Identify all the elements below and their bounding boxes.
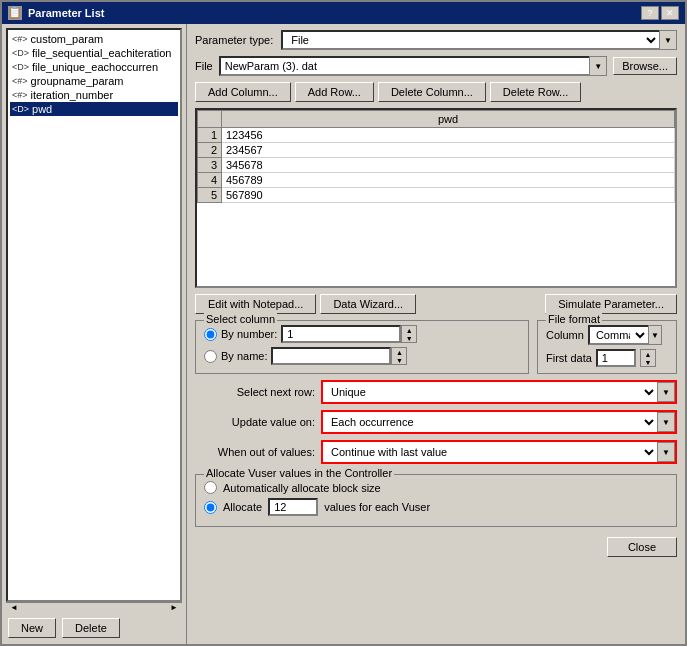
select-column-group: Select column By number: ▲ ▼ — [195, 320, 529, 374]
by-name-radio[interactable] — [204, 350, 217, 363]
tree-area[interactable]: <#> custom_param <D> file_sequential_eac… — [6, 28, 182, 602]
column-arrow[interactable]: ▼ — [648, 325, 662, 345]
tree-label: custom_param — [31, 33, 104, 45]
update-value-select[interactable]: Each occurrence Each iteration Once — [323, 412, 657, 432]
row-num: 5 — [198, 188, 222, 203]
file-label: File — [195, 60, 213, 72]
update-value-row: Update value on: Each occurrence Each it… — [195, 410, 677, 434]
main-content: <#> custom_param <D> file_sequential_eac… — [2, 24, 685, 644]
by-number-up[interactable]: ▲ — [402, 326, 416, 334]
row-value[interactable]: 345678 — [222, 158, 675, 173]
column-select[interactable]: Comma Tab Space — [588, 325, 648, 345]
when-out-row: When out of values: Continue with last v… — [195, 440, 677, 464]
when-out-arrow[interactable]: ▼ — [657, 442, 675, 462]
row-value[interactable]: 567890 — [222, 188, 675, 203]
add-column-button[interactable]: Add Column... — [195, 82, 291, 102]
first-data-up[interactable]: ▲ — [641, 350, 655, 358]
by-name-down[interactable]: ▼ — [392, 356, 406, 364]
first-data-down[interactable]: ▼ — [641, 358, 655, 366]
tree-icon: <#> — [12, 90, 28, 100]
tree-label: iteration_number — [31, 89, 114, 101]
update-value-label: Update value on: — [195, 416, 315, 428]
tree-item-pwd[interactable]: <D> pwd — [10, 102, 178, 116]
allocate-label: Allocate — [223, 501, 262, 513]
by-name-label: By name: — [221, 350, 267, 362]
titlebar-left: 📋 Parameter List — [8, 6, 104, 20]
select-next-row-select[interactable]: Unique Sequential Random Same Line as Pa… — [323, 382, 657, 402]
delete-button[interactable]: Delete — [62, 618, 120, 638]
row-num: 2 — [198, 143, 222, 158]
browse-button[interactable]: Browse... — [613, 57, 677, 75]
select-next-row-arrow[interactable]: ▼ — [657, 382, 675, 402]
allocate-value-input[interactable] — [268, 498, 318, 516]
tree-icon: <D> — [12, 48, 29, 58]
select-next-row-dropdown[interactable]: Unique Sequential Random Same Line as Pa… — [321, 380, 677, 404]
delete-row-button[interactable]: Delete Row... — [490, 82, 581, 102]
add-row-button[interactable]: Add Row... — [295, 82, 374, 102]
auto-allocate-radio[interactable] — [204, 481, 217, 494]
update-value-dropdown[interactable]: Each occurrence Each iteration Once ▼ — [321, 410, 677, 434]
scroll-right-arrow[interactable]: ► — [170, 603, 178, 612]
tree-label: file_sequential_eachiteration — [32, 47, 171, 59]
auto-allocate-row: Automatically allocate block size — [204, 481, 668, 494]
by-number-radio[interactable] — [204, 328, 217, 341]
tree-icon: <#> — [12, 76, 28, 86]
file-input[interactable] — [219, 56, 589, 76]
tree-item-file-unique[interactable]: <D> file_unique_eachoccurren — [10, 60, 178, 74]
update-value-arrow[interactable]: ▼ — [657, 412, 675, 432]
by-name-input-group: ▲ ▼ — [271, 347, 407, 365]
by-name-spinners: ▲ ▼ — [391, 347, 407, 365]
column-format-row: Column Comma Tab Space ▼ — [546, 325, 668, 345]
select-column-title: Select column — [204, 313, 277, 325]
edit-notepad-button[interactable]: Edit with Notepad... — [195, 294, 316, 314]
by-name-input[interactable] — [271, 347, 391, 365]
by-number-input[interactable] — [281, 325, 401, 343]
row-num-header — [198, 111, 222, 128]
allocate-fixed-radio[interactable] — [204, 501, 217, 514]
bottom-buttons: Edit with Notepad... Data Wizard... Simu… — [195, 294, 677, 314]
param-type-select[interactable]: File — [281, 30, 659, 50]
window-title: Parameter List — [28, 7, 104, 19]
close-button-title[interactable]: ✕ — [661, 6, 679, 20]
simulate-button[interactable]: Simulate Parameter... — [545, 294, 677, 314]
row-value[interactable]: 456789 — [222, 173, 675, 188]
data-wizard-button[interactable]: Data Wizard... — [320, 294, 416, 314]
left-buttons: New Delete — [6, 612, 182, 640]
table-area: pwd 1 123456 2 234567 3 345678 4 456789 … — [195, 108, 677, 288]
scroll-left-arrow[interactable]: ◄ — [10, 603, 18, 612]
right-panel: Parameter type: File ▼ File ▼ Browse... — [187, 24, 685, 644]
left-panel: <#> custom_param <D> file_sequential_eac… — [2, 24, 187, 644]
tree-item-groupname[interactable]: <#> groupname_param — [10, 74, 178, 88]
when-out-select[interactable]: Continue with last value Abort vuser Cyc… — [323, 442, 657, 462]
param-type-arrow[interactable]: ▼ — [659, 30, 677, 50]
tree-item-file-sequential[interactable]: <D> file_sequential_eachiteration — [10, 46, 178, 60]
tree-label: pwd — [32, 103, 52, 115]
table-row: 3 345678 — [198, 158, 675, 173]
column-dropdown[interactable]: Comma Tab Space ▼ — [588, 325, 668, 345]
window-icon: 📋 — [8, 6, 22, 20]
param-type-dropdown[interactable]: File ▼ — [281, 30, 677, 50]
tree-item-custom-param[interactable]: <#> custom_param — [10, 32, 178, 46]
bottom-left-buttons: Edit with Notepad... Data Wizard... — [195, 294, 416, 314]
close-row: Close — [195, 533, 677, 559]
row-num: 4 — [198, 173, 222, 188]
by-number-down[interactable]: ▼ — [402, 334, 416, 342]
file-dropdown-arrow[interactable]: ▼ — [589, 56, 607, 76]
by-name-up[interactable]: ▲ — [392, 348, 406, 356]
row-value[interactable]: 234567 — [222, 143, 675, 158]
delete-column-button[interactable]: Delete Column... — [378, 82, 486, 102]
when-out-dropdown[interactable]: Continue with last value Abort vuser Cyc… — [321, 440, 677, 464]
help-button[interactable]: ? — [641, 6, 659, 20]
titlebar-controls: ? ✕ — [641, 6, 679, 20]
row-value[interactable]: 123456 — [222, 128, 675, 143]
close-button[interactable]: Close — [607, 537, 677, 557]
table-buttons: Add Column... Add Row... Delete Column..… — [195, 82, 677, 102]
tree-item-iteration[interactable]: <#> iteration_number — [10, 88, 178, 102]
file-format-title: File format — [546, 313, 602, 325]
param-type-label: Parameter type: — [195, 34, 273, 46]
table-row: 2 234567 — [198, 143, 675, 158]
data-table: pwd 1 123456 2 234567 3 345678 4 456789 … — [197, 110, 675, 203]
new-button[interactable]: New — [8, 618, 56, 638]
first-data-input[interactable] — [596, 349, 636, 367]
file-row: File ▼ Browse... — [195, 56, 677, 76]
